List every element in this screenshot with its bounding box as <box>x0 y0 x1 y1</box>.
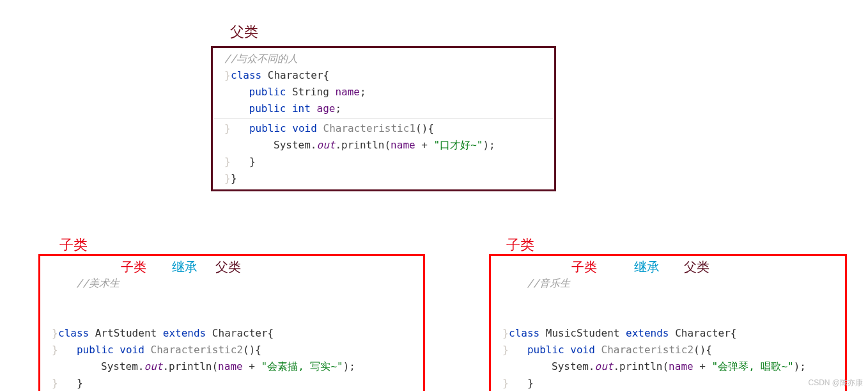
parent-class-code-block: //与众不同的人 }class Character{ public String… <box>211 46 556 191</box>
comment: //音乐生 <box>527 277 570 289</box>
label-parent-class: 父类 <box>230 22 258 42</box>
comment: //与众不同的人 <box>224 52 298 65</box>
comment: //美术生 <box>77 277 120 289</box>
annotation-parent: 父类 <box>215 260 241 274</box>
code-line: }} <box>214 170 553 187</box>
annotation-parent: 父类 <box>684 260 709 274</box>
code-line: } } <box>214 154 553 170</box>
code-line: }class MusicStudent extends Character{ <box>492 325 844 342</box>
code-line: } public void Characteristic2(){ <box>492 342 844 358</box>
annotation-extends: 继承 <box>634 260 660 274</box>
annotation-subclass: 子类 <box>571 260 597 274</box>
art-student-code-block: //美术生 子类 继承 父类 }class ArtStudent extends… <box>38 254 425 391</box>
annotation-subclass: 子类 <box>121 260 146 274</box>
code-line: }class ArtStudent extends Character{ <box>42 325 422 342</box>
watermark: CSDN @陈亦康 <box>808 378 863 388</box>
code-line: System.out.println(name + "会弹琴, 唱歌~"); <box>492 358 844 375</box>
music-student-code-block: //音乐生 子类 继承 父类 }class MusicStudent exten… <box>489 254 847 391</box>
label-subclass-right: 子类 <box>506 235 534 255</box>
annotation-extends: 继承 <box>172 260 198 274</box>
code-line: System.out.println(name + "会素描, 写实~"); <box>42 358 422 375</box>
code-annotation-line: //音乐生 子类 继承 父类 <box>492 259 844 325</box>
code-line: public int age; <box>214 100 553 117</box>
code-line: //与众不同的人 <box>214 51 553 67</box>
label-subclass-left: 子类 <box>59 235 88 255</box>
code-line: } } <box>42 375 422 391</box>
separator <box>214 118 553 119</box>
code-line: } public void Characteristic1(){ <box>214 120 553 137</box>
code-line: }class Character{ <box>214 67 553 84</box>
code-line: public String name; <box>214 84 553 100</box>
code-line: } } <box>492 375 844 391</box>
code-annotation-line: //美术生 子类 继承 父类 <box>42 259 422 325</box>
code-line: } public void Characteristic2(){ <box>42 342 422 358</box>
code-line: System.out.println(name + "口才好~"); <box>214 137 553 154</box>
